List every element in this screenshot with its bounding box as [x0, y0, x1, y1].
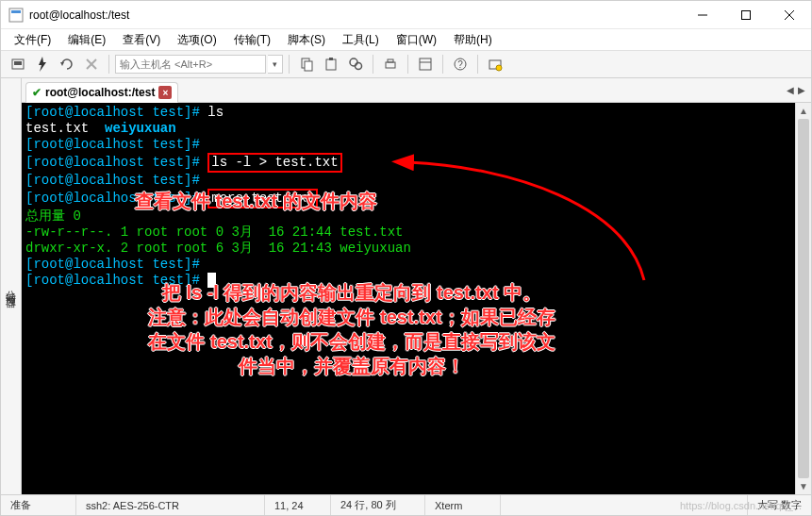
menu-script[interactable]: 脚本(S) [280, 30, 333, 50]
scroll-up-arrow-icon[interactable]: ▲ [796, 103, 811, 119]
status-ready: 准备 [1, 495, 76, 515]
tab-right-arrow-icon[interactable]: ▶ [798, 85, 805, 95]
menu-view[interactable]: 查看(V) [115, 30, 168, 50]
status-caps: 大写 数字 [748, 495, 811, 515]
svg-rect-19 [388, 59, 393, 62]
status-size: 24 行, 80 列 [331, 495, 425, 515]
minimize-button[interactable] [681, 1, 724, 29]
sidebar-label: 公话号理器 [4, 282, 18, 291]
menu-file[interactable]: 文件(F) [7, 30, 58, 50]
scroll-thumb[interactable] [798, 119, 809, 478]
connect-icon[interactable] [7, 53, 29, 75]
menubar: 文件(F) 编辑(E) 查看(V) 选项(O) 传输(T) 脚本(S) 工具(L… [1, 29, 811, 50]
svg-marker-9 [60, 62, 64, 66]
find-icon[interactable] [344, 53, 367, 75]
svg-rect-20 [420, 58, 431, 70]
tab-close-button[interactable]: × [158, 86, 172, 99]
svg-point-25 [496, 65, 502, 71]
annotation-view-file: 查看文件 test.txt 的文件内容 [135, 193, 377, 209]
svg-point-16 [350, 58, 357, 66]
menu-transfer[interactable]: 传输(T) [226, 30, 278, 50]
host-input[interactable] [115, 55, 266, 74]
titlebar: root@localhost:/test [1, 1, 811, 29]
menu-help[interactable]: 帮助(H) [446, 30, 500, 50]
toolbar: ▾ ? [1, 50, 811, 78]
svg-rect-7 [14, 61, 22, 65]
help-icon[interactable]: ? [449, 53, 472, 75]
session-tab[interactable]: ✔ root@localhost:/test × [25, 82, 178, 103]
svg-rect-18 [386, 62, 395, 68]
connected-check-icon: ✔ [32, 86, 41, 99]
svg-rect-1 [11, 10, 21, 13]
status-cursor-pos: 11, 24 [265, 495, 331, 515]
terminal[interactable]: [root@localhost test]# lstest.txt weiyux… [22, 103, 795, 494]
status-term: Xterm [425, 495, 501, 515]
app-icon [8, 8, 24, 23]
copy-icon[interactable] [295, 53, 318, 75]
session-manager-sidebar[interactable]: 公话号理器 [1, 78, 22, 494]
print-icon[interactable] [379, 53, 402, 75]
status-cipher: ssh2: AES-256-CTR [76, 495, 265, 515]
svg-rect-14 [326, 59, 336, 70]
svg-rect-15 [329, 58, 333, 60]
annotation-redirect-explain: 把 ls -l 得到的内容输出重定向到 test.txt 中。 注意：此处会自动… [59, 280, 644, 378]
menu-tools[interactable]: 工具(L) [335, 30, 387, 50]
close-button[interactable] [768, 1, 811, 29]
host-dropdown-arrow[interactable]: ▾ [268, 55, 283, 74]
svg-rect-3 [742, 10, 751, 19]
menu-edit[interactable]: 编辑(E) [60, 30, 113, 50]
svg-rect-13 [305, 61, 312, 71]
paste-icon[interactable] [320, 53, 342, 75]
tabbar: ✔ root@localhost:/test × ◀ ▶ [22, 78, 811, 103]
session-icon[interactable] [484, 53, 506, 75]
maximize-button[interactable] [724, 1, 768, 29]
tab-left-arrow-icon[interactable]: ◀ [787, 85, 794, 95]
terminal-scrollbar[interactable]: ▲ ▼ [795, 103, 811, 494]
statusbar: 准备 ssh2: AES-256-CTR 11, 24 24 行, 80 列 X… [1, 494, 811, 515]
svg-text:?: ? [457, 59, 463, 70]
quick-connect-icon[interactable] [31, 53, 54, 75]
scroll-down-arrow-icon[interactable]: ▼ [796, 478, 811, 494]
reconnect-icon[interactable] [56, 53, 78, 75]
window-title: root@localhost:/test [29, 8, 129, 22]
menu-window[interactable]: 窗口(W) [389, 30, 444, 50]
client-area: 公话号理器 ✔ root@localhost:/test × ◀ ▶ [root… [1, 78, 811, 494]
tab-title: root@localhost:/test [45, 86, 155, 99]
disconnect-icon[interactable] [80, 53, 103, 75]
properties-icon[interactable] [414, 53, 437, 75]
svg-marker-8 [39, 57, 46, 72]
menu-options[interactable]: 选项(O) [170, 30, 224, 50]
